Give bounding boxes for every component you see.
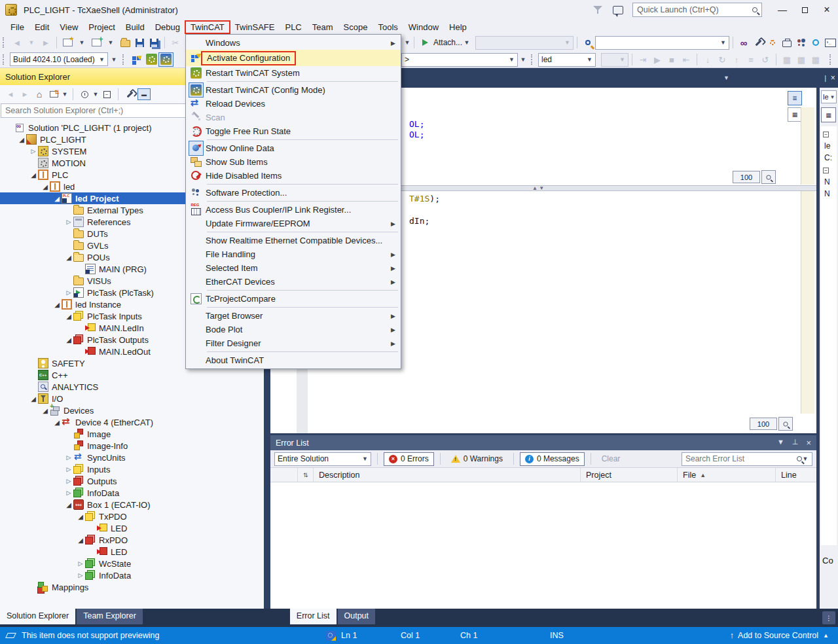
menu-debug[interactable]: Debug — [150, 21, 185, 33]
switch-views-icon[interactable] — [47, 88, 60, 101]
expander-closed-icon[interactable]: ▷ — [64, 490, 73, 496]
properties-object-combo[interactable]: le▼ — [821, 90, 837, 103]
target-browser-icon[interactable] — [809, 35, 823, 50]
minimize-button[interactable]: — — [771, 1, 793, 19]
find-combo[interactable]: ▼ — [595, 36, 729, 50]
vs-shell-icon[interactable]: ∞ — [737, 35, 751, 50]
toolbar-grip[interactable] — [3, 54, 7, 65]
menu-project[interactable]: Project — [83, 21, 120, 33]
feedback-icon[interactable] — [613, 6, 623, 14]
expander-open-icon[interactable]: ◢ — [41, 183, 50, 190]
add-item-dropdown-icon[interactable]: ▼ — [107, 39, 114, 46]
back-dropdown-icon[interactable]: ▼ — [28, 39, 35, 46]
column-project[interactable]: Project — [581, 468, 678, 482]
error-list-search-input[interactable]: Search Error List ▼ — [682, 452, 812, 466]
toolbar-overflow-icon[interactable]: ▼ — [520, 56, 526, 63]
tree-item-led[interactable]: LED — [0, 546, 264, 558]
tree-item-txpdo[interactable]: ◢TxPDO — [0, 510, 264, 522]
collapse-icon[interactable]: − — [823, 168, 829, 173]
briefcase-icon[interactable] — [780, 35, 794, 50]
small-disabled-combo[interactable]: ▼ — [601, 53, 628, 67]
menu-item-software-protection[interactable]: Software Protection... — [186, 186, 401, 200]
menu-item-restart-twincat-config-mode[interactable]: Restart TwinCAT (Config Mode) — [186, 83, 401, 97]
plc-instance-combo[interactable]: led▼ — [538, 53, 596, 67]
add-to-source-control-button[interactable]: ↑ Add to Source Control ▲ — [730, 627, 829, 644]
collapse-all-icon[interactable]: − — [100, 88, 113, 101]
zoom-level-value[interactable]: 100 — [750, 418, 777, 430]
column-file[interactable]: File▲ — [678, 468, 776, 482]
reset-icon[interactable]: ↺ — [758, 52, 773, 67]
toolbar-overflow-icon[interactable]: ▼ — [111, 56, 117, 63]
zoom-icon[interactable] — [761, 170, 776, 184]
menu-item-windows[interactable]: Windows▶ — [186, 36, 401, 50]
menu-build[interactable]: Build — [120, 21, 150, 33]
tabular-view-button[interactable]: ▦ — [788, 107, 802, 122]
build-icon-2[interactable]: ▦ — [794, 52, 809, 67]
toolbar-grip[interactable] — [3, 37, 7, 48]
quick-launch-input[interactable]: Quick Launch (Ctrl+Q) — [632, 3, 762, 17]
tab-team-explorer[interactable]: Team Explorer — [77, 609, 143, 624]
start-icon[interactable]: ▶ — [650, 52, 665, 67]
expander-open-icon[interactable]: ◢ — [29, 171, 38, 179]
tree-item-infodata[interactable]: ▷InfoData — [0, 569, 264, 581]
gear-orange-icon[interactable] — [765, 35, 780, 50]
expander-closed-icon[interactable]: ▷ — [64, 454, 73, 461]
toolbar-grip[interactable] — [531, 54, 535, 65]
tab-dropdown-icon[interactable]: ▼ — [723, 75, 729, 81]
tab-error-list[interactable]: Error List — [290, 609, 337, 624]
step-up-icon[interactable]: ↑ — [729, 52, 744, 67]
find-in-files-icon[interactable] — [581, 35, 595, 50]
menu-item-restart-twincat-system[interactable]: Restart TwinCAT System — [186, 66, 401, 80]
switch-views-dropdown-icon[interactable]: ▼ — [62, 91, 68, 98]
expander-open-icon[interactable]: ◢ — [64, 254, 73, 261]
menu-twinsafe[interactable]: TwinSAFE — [230, 21, 280, 33]
column-description[interactable]: Description — [314, 468, 581, 482]
tree-item-c[interactable]: C++ — [0, 369, 264, 381]
menu-item-target-browser[interactable]: Target Browser▶ — [186, 309, 401, 323]
stop-icon[interactable]: ■ — [665, 52, 679, 67]
menu-item-reload-devices[interactable]: Reload Devices — [186, 97, 401, 111]
expander-closed-icon[interactable]: ▷ — [76, 572, 85, 579]
zoom-icon[interactable] — [778, 417, 793, 431]
collapse-icon[interactable]: − — [823, 132, 829, 137]
attach-button[interactable] — [418, 35, 432, 50]
tree-item-devices[interactable]: ◢Devices — [0, 404, 264, 416]
menu-plc[interactable]: PLC — [280, 21, 306, 33]
menu-item-show-online-data[interactable]: Show Online Data — [186, 141, 401, 155]
menu-item-selected-item[interactable]: Selected Item▶ — [186, 261, 401, 275]
messages-filter-button[interactable]: i 0 Messages — [520, 452, 585, 466]
expander-open-icon[interactable]: ◢ — [17, 136, 26, 143]
panel-overflow-icon[interactable]: ⋮ — [822, 611, 835, 624]
tree-item-wcstate[interactable]: ▷WcState — [0, 558, 264, 569]
cut-icon[interactable]: ✂ — [168, 35, 183, 50]
expander-closed-icon[interactable]: ▷ — [64, 466, 73, 473]
expander-open-icon[interactable]: ◢ — [52, 301, 62, 308]
tree-item-infodata[interactable]: ▷InfoData — [0, 487, 264, 499]
activate-configuration-button[interactable] — [130, 52, 144, 67]
cycle-icon[interactable]: ↻ — [715, 52, 729, 67]
menu-item-tcprojectcompare[interactable]: TcProjectCompare — [186, 292, 401, 306]
textual-view-button[interactable]: ≣ — [788, 91, 802, 105]
close-icon[interactable]: × — [831, 73, 835, 82]
menu-window[interactable]: Window — [403, 21, 444, 33]
expander-closed-icon[interactable]: ▷ — [29, 148, 38, 154]
pin-icon[interactable]: ⊥ — [792, 438, 799, 448]
menu-edit[interactable]: Edit — [29, 21, 54, 33]
pin-icon[interactable]: ❘ — [822, 75, 828, 82]
team-icon[interactable] — [794, 35, 809, 50]
menu-team[interactable]: Team — [307, 21, 338, 33]
save-button[interactable] — [132, 35, 147, 50]
steps-icon[interactable]: ≡ — [744, 52, 758, 67]
tree-item-rxpdo[interactable]: ◢RxPDO — [0, 534, 264, 546]
plc-project-combo[interactable]: >▼ — [401, 53, 518, 67]
column-line[interactable]: Line — [776, 468, 811, 482]
menu-item-filter-designer[interactable]: Filter Designer▶ — [186, 336, 401, 350]
toolbar-overflow[interactable] — [829, 54, 833, 65]
expander-open-icon[interactable]: ◢ — [41, 407, 50, 414]
tree-item-syncunits[interactable]: ▷SyncUnits — [0, 452, 264, 463]
tree-item-device-4-ethercat[interactable]: ◢Device 4 (EtherCAT) — [0, 416, 264, 428]
tree-item-image-info[interactable]: Image-Info — [0, 440, 264, 452]
tree-item-outputs[interactable]: ▷Outputs — [0, 475, 264, 487]
new-project-button[interactable] — [60, 35, 75, 50]
debug-target-combo[interactable]: ▼ — [475, 36, 574, 50]
